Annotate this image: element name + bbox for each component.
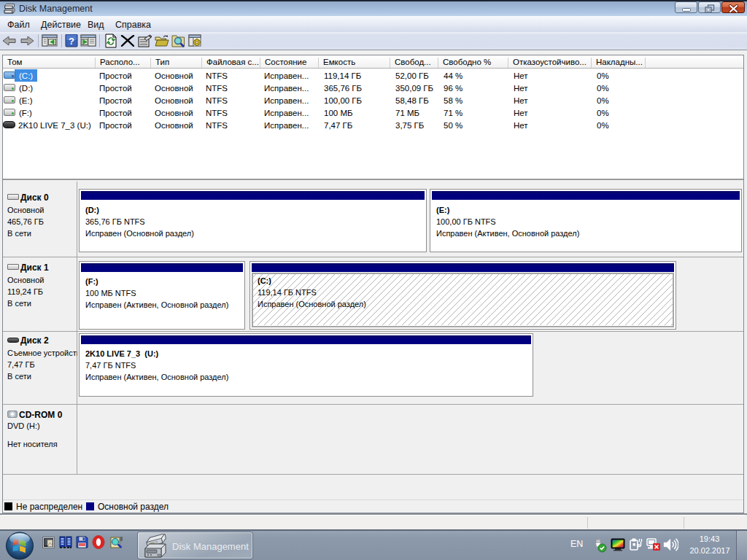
svg-text:?: ?	[69, 36, 74, 47]
